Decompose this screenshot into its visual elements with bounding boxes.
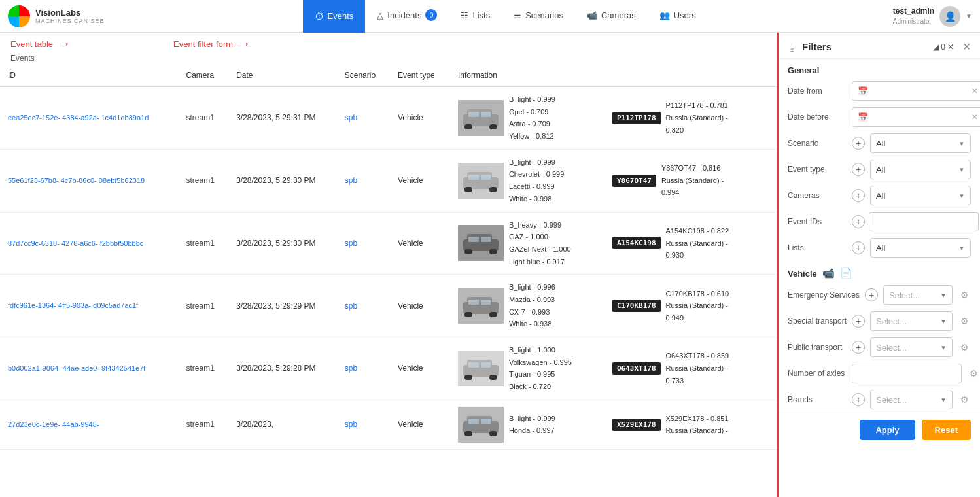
- col-scenario: Scenario: [337, 64, 390, 87]
- brands-plus-button[interactable]: +: [852, 393, 865, 406]
- plate-badge[interactable]: O643XT178: [612, 362, 661, 375]
- emergency-gear-button[interactable]: ⚙: [958, 288, 971, 301]
- svg-rect-4: [489, 124, 497, 129]
- svg-rect-10: [464, 187, 472, 192]
- cameras-plus-button[interactable]: +: [852, 189, 865, 202]
- filter-close-button[interactable]: ✕: [962, 41, 971, 53]
- event-thumbnail[interactable]: [458, 407, 504, 443]
- cell-camera: stream1: [178, 149, 228, 212]
- scenario-value[interactable]: spb: [345, 113, 357, 122]
- special-transport-plus-button[interactable]: +: [852, 315, 865, 328]
- event-thumbnail[interactable]: [458, 163, 504, 199]
- date-before-field[interactable]: [871, 112, 969, 122]
- brands-gear-button[interactable]: ⚙: [958, 393, 971, 406]
- nav-label-cameras: Cameras: [601, 10, 636, 20]
- plate-badge[interactable]: Y867OT47: [612, 175, 656, 187]
- reset-button[interactable]: Reset: [922, 420, 971, 440]
- user-avatar: 👤: [939, 6, 960, 27]
- brands-placeholder: Select...: [876, 395, 907, 405]
- filter-axles-row: Number of axles ⚙: [779, 360, 980, 386]
- scenario-select[interactable]: All ▼: [870, 133, 971, 153]
- date-from-clear-icon[interactable]: ✕: [971, 86, 978, 95]
- filter-arrow-icon: →: [237, 37, 251, 51]
- event-thumbnail[interactable]: [458, 288, 504, 324]
- cell-id: 27d23e0c-1e9e- 44ab-9948-: [0, 400, 178, 449]
- cell-scenario: spb: [337, 400, 390, 449]
- incidents-badge: 0: [425, 9, 437, 21]
- nav-item-users[interactable]: 👥 Users: [648, 0, 708, 33]
- cell-scenario: spb: [337, 212, 390, 275]
- emergency-select[interactable]: Select... ▼: [883, 285, 953, 305]
- scenario-value[interactable]: spb: [345, 420, 357, 429]
- filter-event-type-label: Event type: [788, 165, 847, 174]
- brands-select[interactable]: Select... ▼: [870, 390, 953, 409]
- nav-label-scenarios: Scenarios: [525, 10, 563, 20]
- cell-information: B_light - 0.999Chevrolet - 0.999Lacetti …: [450, 150, 777, 212]
- calendar2-icon: 📅: [858, 112, 868, 122]
- nav-item-events[interactable]: ⏱ Events: [303, 0, 366, 33]
- cell-scenario: spb: [337, 87, 390, 150]
- event-id-link[interactable]: 27d23e0c-1e9e- 44ab-9948-: [8, 420, 99, 428]
- event-thumbnail[interactable]: [458, 225, 504, 261]
- event-id-link[interactable]: 87d7cc9c-6318- 4276-a6c6- f2bbbf50bbbc: [8, 239, 143, 247]
- event-ids-field[interactable]: [869, 212, 979, 231]
- filter-title: Filters: [802, 41, 924, 52]
- public-transport-gear-button[interactable]: ⚙: [958, 341, 971, 354]
- filter-date-from-input[interactable]: 📅 ✕: [852, 81, 980, 101]
- lists-plus-button[interactable]: +: [852, 241, 865, 254]
- scenario-value[interactable]: spb: [345, 176, 357, 185]
- download-icon[interactable]: ⭳: [788, 42, 797, 52]
- event-id-link[interactable]: b0d002a1-9064- 44ae-ade0- 9f4342541e7f: [8, 364, 145, 372]
- nav-item-incidents[interactable]: △ Incidents 0: [365, 0, 449, 33]
- cell-id: fdfc961e-1364- 4ff5-903a- d09c5ad7ac1f: [0, 275, 178, 337]
- cell-scenario: spb: [337, 337, 390, 400]
- cameras-select[interactable]: All ▼: [870, 186, 971, 205]
- public-transport-plus-button[interactable]: +: [852, 341, 865, 354]
- scenario-value[interactable]: spb: [345, 239, 357, 248]
- nav-label-events: Events: [328, 11, 354, 21]
- special-transport-gear-button[interactable]: ⚙: [958, 315, 971, 328]
- col-event-type: Event type: [390, 64, 450, 87]
- plate-badge[interactable]: C170KB178: [612, 300, 661, 312]
- event-id-link[interactable]: fdfc961e-1364- 4ff5-903a- d09c5ad7ac1f: [8, 301, 138, 309]
- event-id-link[interactable]: 55e61f23-67b8- 4c7b-86c0- 08ebf5b62318: [8, 177, 145, 184]
- emergency-plus-button[interactable]: +: [865, 288, 878, 301]
- event-thumbnail[interactable]: [458, 351, 504, 386]
- axles-gear-button[interactable]: ⚙: [967, 367, 980, 380]
- col-information: Information: [450, 64, 777, 87]
- lists-chevron-icon: ▼: [958, 245, 965, 252]
- special-transport-select[interactable]: Select... ▼: [870, 311, 953, 331]
- lists-value: All: [876, 243, 885, 253]
- scenario-value[interactable]: spb: [345, 364, 357, 373]
- nav-label-users: Users: [674, 10, 696, 20]
- public-transport-select[interactable]: Select... ▼: [870, 337, 953, 357]
- scenario-value[interactable]: spb: [345, 301, 357, 311]
- calendar-icon: 📅: [858, 86, 868, 96]
- cell-information: B_light - 0.996Mazda - 0.993CX-7 - 0.993…: [450, 275, 777, 337]
- svg-rect-33: [468, 362, 479, 368]
- lists-select[interactable]: All ▼: [870, 238, 971, 258]
- event-ids-plus-button[interactable]: +: [852, 215, 865, 228]
- filter-date-before-input[interactable]: 📅 ✕: [852, 107, 980, 127]
- filter-footer: Apply Reset: [779, 413, 980, 447]
- event-type-plus-button[interactable]: +: [852, 163, 865, 176]
- event-thumbnail[interactable]: [458, 100, 504, 136]
- nav-item-lists[interactable]: ☷ Lists: [449, 0, 502, 33]
- plate-badge[interactable]: X529EX178: [612, 419, 661, 431]
- plate-badge[interactable]: A154KC198: [612, 237, 661, 249]
- filter-clear-button[interactable]: ◢ 0 ✕: [930, 41, 957, 53]
- event-id-link[interactable]: eea25ec7-152e- 4384-a92a- 1c4d1db89a1d: [8, 114, 149, 122]
- nav-item-scenarios[interactable]: ⚌ Scenarios: [502, 0, 575, 33]
- logo[interactable]: VisionLabs MACHINES CAN SEE: [8, 5, 105, 27]
- apply-button[interactable]: Apply: [860, 420, 915, 440]
- date-before-clear-icon[interactable]: ✕: [971, 112, 978, 122]
- axles-field[interactable]: [852, 364, 962, 383]
- plate-badge[interactable]: P112TP178: [612, 112, 661, 124]
- scenario-plus-button[interactable]: +: [852, 137, 865, 150]
- cell-date: 3/28/2023, 5:29:30 PM: [228, 212, 337, 275]
- date-from-field[interactable]: [871, 86, 969, 95]
- svg-rect-5: [468, 112, 479, 117]
- user-menu[interactable]: test_admin Administrator 👤 ▼: [893, 6, 972, 27]
- nav-item-cameras[interactable]: 📹 Cameras: [575, 0, 648, 33]
- event-type-select[interactable]: All ▼: [870, 160, 971, 179]
